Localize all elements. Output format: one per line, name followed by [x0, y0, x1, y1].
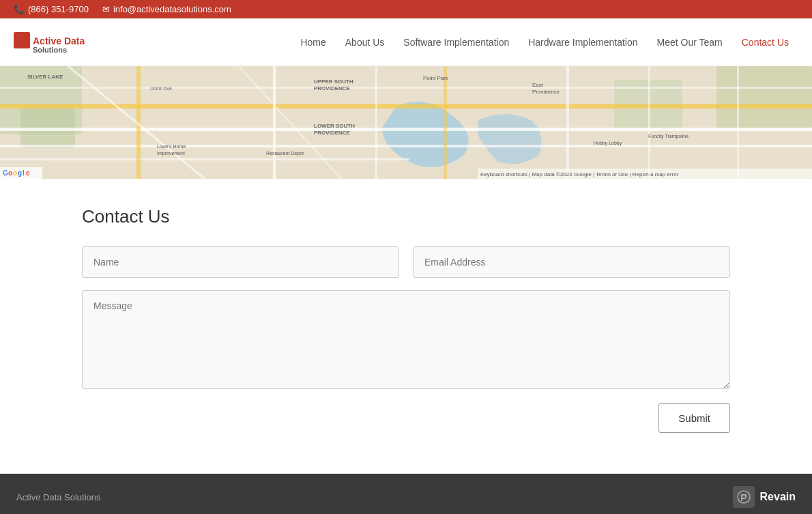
svg-rect-0 [14, 32, 30, 48]
svg-text:Keyboard shortcuts | Map data : Keyboard shortcuts | Map data ©2022 Goog… [480, 171, 679, 177]
email-info[interactable]: ✉ info@activedatasolutions.com [102, 4, 231, 14]
svg-text:e: e [26, 169, 30, 177]
svg-text:PROVIDENCE: PROVIDENCE [314, 130, 351, 136]
svg-text:Funcity Trampoline: Funcity Trampoline [648, 134, 688, 139]
map-inner: SILVER LAKE Union Ave UPPER SOUTH PROVID… [0, 66, 812, 179]
contact-title: Contact Us [82, 206, 730, 227]
svg-text:Hobby Lobby: Hobby Lobby [594, 141, 622, 146]
svg-rect-18 [648, 66, 650, 179]
svg-text:LOWER SOUTH: LOWER SOUTH [314, 123, 355, 129]
submit-button[interactable]: Submit [658, 403, 730, 433]
svg-text:PROVIDENCE: PROVIDENCE [314, 85, 351, 91]
svg-rect-11 [0, 158, 409, 160]
nav-item-hardware[interactable]: Hardware Implementation [519, 19, 647, 66]
svg-text:Improvement: Improvement [157, 151, 185, 156]
svg-rect-10 [0, 145, 812, 147]
nav-link-software[interactable]: Software Implementation [394, 19, 519, 66]
revain-badge[interactable]: Revain [733, 486, 796, 508]
nav-item-software[interactable]: Software Implementation [394, 19, 519, 66]
svg-rect-17 [566, 66, 569, 179]
svg-rect-15 [375, 66, 377, 179]
form-row-top [82, 246, 730, 278]
contact-form: Submit [82, 246, 730, 433]
form-submit-row: Submit [82, 403, 730, 433]
revain-label: Revain [760, 491, 796, 503]
svg-text:Active Data: Active Data [33, 35, 85, 46]
phone-number: (866) 351-9700 [28, 4, 89, 14]
svg-text:Union Ave: Union Ave [150, 86, 172, 91]
svg-rect-8 [0, 104, 812, 109]
svg-text:Solutions: Solutions [33, 46, 67, 54]
nav-item-about[interactable]: About Us [336, 19, 394, 66]
phone-icon: 📞 [14, 4, 25, 14]
phone-info: 📞 (866) 351-9700 [14, 4, 89, 14]
nav-link-team[interactable]: Meet Our Team [648, 19, 732, 66]
svg-text:East: East [532, 82, 544, 88]
svg-rect-12 [0, 87, 812, 89]
map-container: SILVER LAKE Union Ave UPPER SOUTH PROVID… [0, 66, 812, 179]
nav-item-home[interactable]: Home [291, 19, 335, 66]
email-icon: ✉ [102, 4, 110, 14]
name-group [82, 246, 399, 278]
svg-text:Restaurant Depot: Restaurant Depot [266, 151, 304, 156]
nav-link-contact[interactable]: Contact Us [732, 19, 798, 66]
revain-icon [733, 486, 755, 508]
svg-text:o: o [13, 169, 17, 177]
email-group [413, 246, 730, 278]
message-group [82, 290, 730, 391]
nav-item-team[interactable]: Meet Our Team [648, 19, 732, 66]
main-content: Contact Us Submit [0, 179, 812, 474]
svg-text:Lowe's Home: Lowe's Home [157, 144, 186, 149]
nav-item-contact[interactable]: Contact Us [732, 19, 798, 66]
footer: Active Data Solutions Revain [0, 474, 812, 514]
map-svg: SILVER LAKE Union Ave UPPER SOUTH PROVID… [0, 66, 812, 179]
nav-link-home[interactable]: Home [291, 19, 335, 66]
svg-text:g: g [18, 169, 22, 177]
svg-text:Providence: Providence [532, 89, 560, 95]
nav-link-hardware[interactable]: Hardware Implementation [519, 19, 647, 66]
svg-text:UPPER SOUTH: UPPER SOUTH [314, 78, 353, 85]
svg-rect-14 [273, 66, 276, 179]
svg-rect-19 [737, 66, 739, 179]
email-link[interactable]: info@activedatasolutions.com [113, 4, 231, 14]
svg-point-45 [738, 491, 750, 503]
svg-text:o: o [8, 169, 12, 177]
top-bar: 📞 (866) 351-9700 ✉ info@activedatasoluti… [0, 0, 812, 18]
logo-text[interactable]: Active Data Solutions [14, 43, 136, 57]
navbar: Active Data Solutions Home About Us Soft… [0, 18, 812, 66]
email-input[interactable] [413, 246, 730, 278]
revain-logo-icon [736, 489, 751, 504]
logo-svg: Active Data Solutions [14, 27, 136, 54]
svg-text:G: G [3, 169, 8, 177]
nav-link-about[interactable]: About Us [336, 19, 394, 66]
name-input[interactable] [82, 246, 399, 278]
svg-rect-7 [716, 66, 812, 128]
message-input[interactable] [82, 290, 730, 389]
svg-text:Point Park: Point Park [423, 75, 449, 81]
nav-menu: Home About Us Software Implementation Ha… [291, 19, 798, 66]
svg-rect-9 [0, 128, 812, 131]
svg-rect-16 [444, 66, 447, 179]
logo[interactable]: Active Data Solutions [14, 27, 136, 57]
footer-brand-text: Active Data Solutions [16, 492, 101, 502]
svg-text:SILVER LAKE: SILVER LAKE [27, 74, 63, 80]
svg-text:l: l [23, 169, 25, 177]
